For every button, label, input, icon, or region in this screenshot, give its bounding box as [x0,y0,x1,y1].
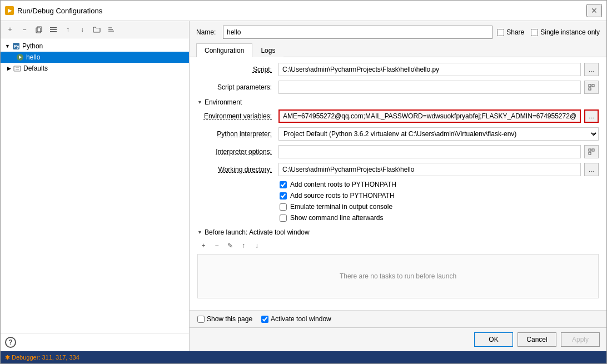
script-params-input[interactable] [278,81,581,94]
svg-rect-2 [50,27,57,28]
source-roots-checkbox[interactable] [280,192,287,200]
share-checkbox[interactable] [497,29,504,36]
svg-text:Py: Py [14,44,19,49]
expand-arrow: ▼ [5,43,10,49]
interpreter-options-row: Interpreter options: [197,145,599,158]
python-interpreter-label: Python interpreter: [197,130,275,138]
svg-rect-0 [36,28,41,33]
before-launch-empty-area: There are no tasks to run before launch [197,254,599,298]
svg-rect-17 [589,88,591,90]
python-icon: Py [12,42,20,50]
interpreter-options-input[interactable] [278,145,581,158]
cancel-button[interactable]: Cancel [518,332,556,347]
svg-rect-20 [589,152,591,154]
tab-logs[interactable]: Logs [252,43,283,57]
ok-button[interactable]: OK [474,332,513,347]
before-launch-empty-text: There are no tasks to run before launch [340,272,456,280]
folder-button[interactable] [91,23,103,36]
name-label: Name: [196,28,218,36]
tree-hello-item[interactable]: hello [1,52,189,63]
before-launch-header[interactable]: ▼ Before launch: Activate tool window [197,228,599,236]
env-vars-input[interactable] [278,109,581,123]
move-down-button[interactable]: ↓ [76,23,88,36]
before-launch-up-button[interactable]: ↑ [237,240,250,252]
emulate-terminal-row[interactable]: Emulate terminal in output console [197,203,599,211]
defaults-icon [13,64,21,72]
name-input[interactable] [223,26,492,39]
tabs-row: Configuration Logs [190,43,606,57]
remove-config-button[interactable]: − [18,23,31,36]
share-checkbox-item[interactable]: Share [497,28,524,36]
defaults-label: Defaults [23,64,48,72]
environment-label: Environment [205,98,242,106]
single-instance-checkbox-item[interactable]: Single instance only [531,28,600,36]
before-launch-down-button[interactable]: ↓ [251,240,263,252]
activate-tool-window-item[interactable]: Activate tool window [261,315,331,323]
show-page-checkbox[interactable] [197,316,205,323]
main-content: + − ↑ ↓ ▼ [1,21,606,351]
working-dir-label: Working directory: [197,166,275,173]
dialog-title: Run/Debug Configurations [17,7,102,15]
script-input[interactable] [278,63,581,76]
env-vars-label: Environment variables: [197,112,275,120]
config-settings-button[interactable] [47,23,59,36]
status-bar: ✱ Debugger: 311, 317, 334 [1,351,606,363]
content-roots-label: Add content roots to PYTHONPATH [290,181,396,188]
content-roots-checkbox[interactable] [280,181,287,188]
show-cmd-row[interactable]: Show command line afterwards [197,214,599,222]
config-content: Script: … Script parameters: ▼ Environme… [190,57,606,310]
svg-rect-18 [589,149,591,151]
before-launch-section: ▼ Before launch: Activate tool window + … [197,228,599,298]
script-params-expand-button[interactable] [584,81,599,94]
single-instance-checkbox[interactable] [531,29,538,36]
status-text: ✱ Debugger: 311, 317, 334 [5,354,79,361]
interpreter-options-expand-button[interactable] [584,145,599,158]
config-tree: ▼ Py Python hello ▶ [1,38,189,333]
working-dir-input[interactable] [278,163,581,176]
tree-defaults-item[interactable]: ▶ Defaults [1,63,189,74]
tree-python-group[interactable]: ▼ Py Python [1,41,189,52]
show-page-item[interactable]: Show this page [197,315,252,323]
activate-tool-window-checkbox[interactable] [261,316,268,323]
close-button[interactable]: ✕ [586,4,602,17]
defaults-arrow: ▶ [7,66,11,71]
script-params-row: Script parameters: [197,81,599,94]
environment-arrow: ▼ [197,99,202,105]
apply-button[interactable]: Apply [561,332,600,347]
run-config-icon [16,53,24,61]
activate-tool-window-label: Activate tool window [271,315,331,323]
dialog-icon: ▶ [5,6,14,15]
sort-button[interactable] [105,23,117,36]
emulate-terminal-checkbox[interactable] [280,203,287,211]
python-interpreter-select[interactable]: Project Default (Python 3.6.2 virtualenv… [278,127,599,141]
bottom-checkboxes: Show this page Activate tool window [190,310,606,327]
move-up-button[interactable]: ↑ [62,23,74,36]
before-launch-add-button[interactable]: + [197,240,210,252]
before-launch-remove-button[interactable]: − [211,240,223,252]
show-cmd-label: Show command line afterwards [290,214,383,222]
emulate-terminal-label: Emulate terminal in output console [290,203,392,211]
python-interpreter-select-wrapper: Project Default (Python 3.6.2 virtualenv… [278,127,599,141]
copy-config-button[interactable] [33,23,45,36]
script-params-label: Script parameters: [197,83,275,91]
script-label: Script: [197,66,275,73]
python-group-label: Python [22,42,43,50]
help-button[interactable]: ? [5,337,16,348]
env-vars-row: Environment variables: … [197,109,599,123]
working-dir-row: Working directory: … [197,163,599,176]
svg-rect-3 [50,29,57,31]
script-row: Script: … [197,63,599,76]
tab-configuration[interactable]: Configuration [196,43,252,57]
env-vars-edit-button[interactable]: … [584,109,599,123]
title-bar: ▶ Run/Debug Configurations ✕ [1,1,606,21]
working-dir-browse-button[interactable]: … [584,163,599,176]
environment-section-header[interactable]: ▼ Environment [197,98,599,106]
add-config-button[interactable]: + [4,23,16,36]
show-cmd-checkbox[interactable] [280,215,287,222]
content-roots-row[interactable]: Add content roots to PYTHONPATH [197,181,599,188]
svg-rect-16 [592,84,594,87]
source-roots-label: Add source roots to PYTHONPATH [290,192,395,200]
before-launch-edit-button[interactable]: ✎ [224,240,236,252]
script-browse-button[interactable]: … [584,63,599,76]
source-roots-row[interactable]: Add source roots to PYTHONPATH [197,192,599,200]
